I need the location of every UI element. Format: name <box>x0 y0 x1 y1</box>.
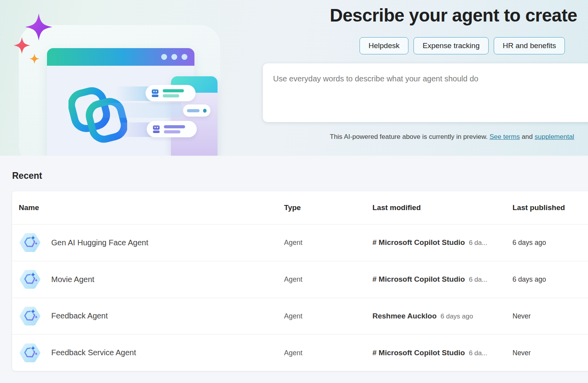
supplemental-link[interactable]: supplemental <box>535 133 574 140</box>
last-modified-by: # Microsoft Copilot Studio <box>372 349 465 357</box>
column-header-type[interactable]: Type <box>284 203 301 212</box>
suggestion-chips: Helpdesk Expense tracking HR and benefit… <box>360 37 565 54</box>
table-row[interactable]: Movie Agent Agent # Microsoft Copilot St… <box>12 261 588 298</box>
robot-icon <box>152 125 160 133</box>
last-modified-time: 6 da... <box>469 349 487 357</box>
last-modified-by: # Microsoft Copilot Studio <box>372 275 465 284</box>
chat-streak <box>98 103 182 118</box>
chat-bubble-teal <box>146 85 196 101</box>
last-published-value: Never <box>512 349 531 357</box>
table-row[interactable]: Feedback Agent Agent Reshmee Auckloo 6 d… <box>12 298 588 334</box>
agent-type: Agent <box>284 275 302 284</box>
last-modified-time: 6 da... <box>469 239 487 247</box>
table-row[interactable]: Feedback Service Agent Agent # Microsoft… <box>12 334 588 371</box>
last-modified-by: # Microsoft Copilot Studio <box>372 238 465 247</box>
agent-name[interactable]: Movie Agent <box>51 275 94 284</box>
last-published-value: Never <box>512 312 531 320</box>
agent-type: Agent <box>284 312 302 320</box>
chip-expense-tracking[interactable]: Expense tracking <box>414 37 489 54</box>
page-title: Describe your agent to create <box>330 5 577 26</box>
agent-icon <box>19 269 41 289</box>
agent-type: Agent <box>284 239 302 247</box>
last-modified-by: Reshmee Auckloo <box>372 312 437 320</box>
table-header-row: Name Type Last modified Last published <box>12 191 588 224</box>
robot-icon <box>151 89 159 97</box>
column-header-last-published[interactable]: Last published <box>512 203 565 212</box>
table-row[interactable]: Gen AI Hugging Face Agent Agent # Micros… <box>12 224 588 261</box>
disclaimer-text: and <box>520 133 535 140</box>
column-header-name[interactable]: Name <box>19 203 39 212</box>
window-dots-icon <box>161 54 187 60</box>
chip-helpdesk[interactable]: Helpdesk <box>360 37 408 54</box>
recent-section-title: Recent <box>12 171 42 181</box>
agent-icon <box>19 343 41 363</box>
last-published-value: 6 days ago <box>512 239 546 247</box>
last-modified-time: 6 days ago <box>441 313 473 320</box>
agent-name[interactable]: Gen AI Hugging Face Agent <box>51 238 148 247</box>
see-terms-link[interactable]: See terms <box>489 133 520 140</box>
chip-hr-benefits[interactable]: HR and benefits <box>494 37 565 54</box>
last-modified-time: 6 da... <box>469 276 487 284</box>
disclaimer-text: This AI-powered feature above is current… <box>330 133 489 140</box>
sparkle-pink-icon <box>13 36 31 55</box>
agent-name[interactable]: Feedback Agent <box>51 311 108 320</box>
hero-section: Describe your agent to create Helpdesk E… <box>0 0 588 156</box>
agent-icon <box>19 306 41 326</box>
agent-type: Agent <box>284 349 302 357</box>
illustration-window-titlebar <box>47 48 194 66</box>
preview-disclaimer: This AI-powered feature above is current… <box>330 133 574 141</box>
agent-name[interactable]: Feedback Service Agent <box>51 348 136 357</box>
status-dot <box>203 109 207 113</box>
recent-agents-table: Name Type Last modified Last published G… <box>12 191 588 371</box>
chat-bubble-small <box>183 104 210 117</box>
column-header-last-modified[interactable]: Last modified <box>372 203 421 212</box>
last-published-value: 6 days ago <box>512 275 546 284</box>
sparkle-orange-icon <box>29 53 40 64</box>
agent-description-input[interactable] <box>263 63 588 122</box>
chat-bubble-purple <box>147 121 197 137</box>
agent-icon <box>19 232 41 253</box>
